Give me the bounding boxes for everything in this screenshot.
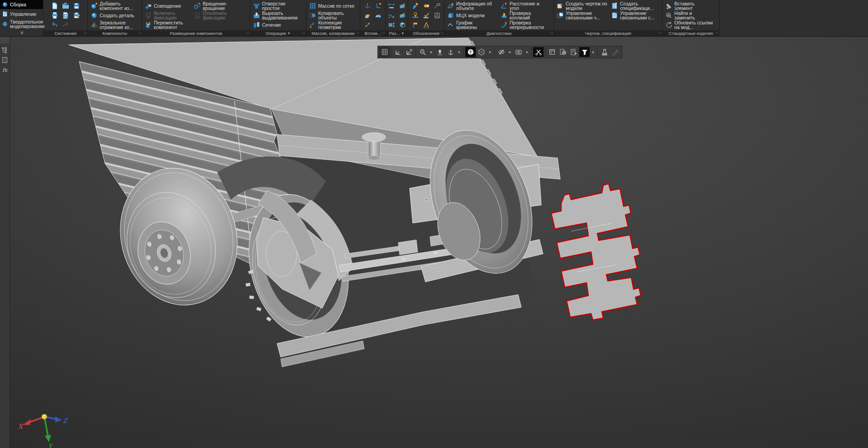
camera-visibility-dropdown[interactable]: ▼: [524, 47, 530, 57]
simple-hole-button[interactable]: Отверстие простое: [252, 1, 306, 10]
print-preview-button[interactable]: [61, 10, 71, 20]
ribbon-group-drawing-spec: Создать чертеж по модели Управление связ…: [554, 0, 663, 36]
shaded-view-button[interactable]: [465, 47, 476, 57]
radial-dimension-button[interactable]: [397, 10, 407, 20]
save-as-button[interactable]: [72, 10, 81, 20]
angle-ref-button[interactable]: [421, 20, 431, 29]
publish-view-button[interactable]: [434, 47, 445, 57]
group-grip-icon[interactable]: ∷: [303, 31, 305, 35]
leader-note-button[interactable]: [432, 1, 442, 10]
angular-dimension-button[interactable]: [386, 10, 396, 20]
group-grip-icon[interactable]: ∷: [550, 31, 553, 35]
create-spec-button[interactable]: Создать спецификаци...: [610, 1, 663, 10]
cylinder-note-button[interactable]: [421, 1, 431, 10]
work-axis-button[interactable]: [362, 20, 372, 29]
mirror-component-button[interactable]: Зеркальное отражение ко...: [89, 20, 143, 29]
insert-element-button[interactable]: Вставить элемент: [664, 1, 719, 10]
manage-linked-specs-button[interactable]: Управление связанными с...: [610, 10, 663, 20]
group-grip-icon[interactable]: ∷: [247, 31, 249, 35]
camera-visibility-button[interactable]: [513, 47, 524, 57]
mate-button[interactable]: Совпадение: [143, 1, 191, 10]
open-document-button[interactable]: [61, 1, 71, 10]
grid-toggle-button[interactable]: [379, 47, 390, 57]
grid-array-button[interactable]: Массив по сетке: [308, 1, 361, 10]
create-drawing-button[interactable]: Создать чертеж по модели: [555, 1, 608, 10]
tab-management[interactable]: Управление: [0, 9, 43, 18]
add-component-button[interactable]: Добавить компонент из...: [89, 1, 143, 10]
manage-linked-drawings-button[interactable]: Управление связанными ч...: [555, 10, 608, 20]
navigate-3d-dropdown[interactable]: ▼: [456, 47, 462, 57]
flag-note-button[interactable]: [410, 20, 420, 29]
linear-dimension-button[interactable]: [386, 1, 396, 10]
redo-button[interactable]: [61, 20, 71, 29]
work-axes-button[interactable]: [362, 1, 372, 10]
object-info-button[interactable]: Информация об объекте: [446, 1, 498, 10]
mass-properties-button[interactable]: МЦХ модели: [446, 10, 498, 20]
eyedropper-button[interactable]: [610, 47, 620, 57]
create-part-button[interactable]: Создать деталь: [89, 10, 143, 20]
viewport-3d[interactable]: X Z Y ▼: [10, 37, 868, 448]
spec-window-button[interactable]: [547, 47, 557, 57]
clip-section-button[interactable]: [533, 47, 544, 57]
work-plane-button[interactable]: [362, 10, 372, 20]
geometry-collection-button[interactable]: Коллекция геометрии: [308, 20, 361, 29]
group-grip-icon[interactable]: ∷: [716, 31, 718, 35]
zoom-tool-button[interactable]: [417, 47, 428, 57]
zoom-tool-dropdown[interactable]: ▼: [428, 47, 434, 57]
scene-settings-button[interactable]: [568, 47, 579, 57]
lcs-world-button[interactable]: [393, 47, 403, 57]
hide-elements-dropdown[interactable]: ▼: [507, 47, 513, 57]
hide-elements-button[interactable]: [496, 47, 506, 57]
print-button[interactable]: [50, 10, 60, 20]
lcs-local-button[interactable]: [404, 47, 414, 57]
curvature-graph-button[interactable]: График кривизны: [446, 20, 498, 29]
model-tree-button[interactable]: [1, 46, 9, 54]
save-button[interactable]: [72, 1, 81, 10]
display-filter-button[interactable]: [579, 47, 590, 57]
navigate-3d-button[interactable]: [445, 47, 456, 57]
render-mode-dropdown[interactable]: ▼: [487, 47, 493, 57]
datum-symbol-button[interactable]: [410, 10, 420, 20]
group-grip-icon[interactable]: ∷: [659, 31, 661, 35]
diameter-dimension-button[interactable]: [397, 1, 407, 10]
tab-solid-modeling[interactable]: Твердотельное моделирование: [0, 19, 43, 29]
collision-check-button[interactable]: Проверка коллизий: [499, 10, 553, 20]
rotation-rotation-button[interactable]: Вращение-вращение: [192, 1, 234, 10]
marker-annotation-button[interactable]: [410, 1, 420, 10]
materials-button[interactable]: [558, 47, 568, 57]
move-component-button[interactable]: Переместить компонент: [143, 20, 191, 29]
iso-dimension-button[interactable]: [397, 20, 407, 29]
height-dimension-button[interactable]: [386, 20, 396, 29]
surface-check-button[interactable]: [421, 10, 431, 20]
new-document-button[interactable]: [50, 1, 60, 10]
group-grip-icon[interactable]: ∷: [138, 31, 141, 35]
find-replace-button[interactable]: Найти и заменить: [664, 10, 719, 20]
functions-button[interactable]: fx: [1, 66, 9, 74]
update-model-refs-button[interactable]: Обновить ссылки на мод...: [664, 20, 719, 29]
camera-plane-button[interactable]: [373, 10, 383, 20]
collision-check-icon: [500, 11, 508, 19]
display-filter-dropdown[interactable]: ▼: [590, 47, 596, 57]
ribbon-collapse-button[interactable]: «: [0, 29, 43, 36]
render-mode-button[interactable]: [476, 47, 486, 57]
viewport-3d-scene[interactable]: X Z Y: [10, 37, 868, 448]
undo-button[interactable]: [50, 20, 60, 29]
continuity-check-button[interactable]: Проверка непрерывности: [499, 20, 553, 29]
frame-ref-button[interactable]: [432, 10, 442, 20]
enable-fixation-button[interactable]: Включить фиксацию: [143, 10, 191, 20]
distance-angle-button[interactable]: Расстояние и угол: [499, 1, 553, 10]
group-grip-icon[interactable]: ∷: [84, 31, 86, 35]
group-grip-icon[interactable]: ∷: [382, 31, 384, 35]
cut-extrude-button[interactable]: Вырезать выдавливанием: [252, 10, 306, 20]
tab-assembly[interactable]: Сборка: [0, 0, 43, 9]
copy-objects-button[interactable]: Копировать объекты: [308, 10, 361, 20]
measure-button[interactable]: [599, 47, 610, 57]
caption-dropdown-icon[interactable]: ▼: [401, 32, 404, 35]
group-grip-icon[interactable]: ∷: [441, 31, 443, 35]
parameters-list-button[interactable]: [1, 56, 9, 64]
section-button[interactable]: Сечение: [252, 20, 306, 29]
caption-dropdown-icon[interactable]: ▼: [287, 32, 291, 35]
group-grip-icon[interactable]: ∷: [357, 31, 359, 35]
local-cs-button[interactable]: [373, 1, 383, 10]
disable-fixation-button[interactable]: Отключить фиксацию: [192, 10, 234, 20]
